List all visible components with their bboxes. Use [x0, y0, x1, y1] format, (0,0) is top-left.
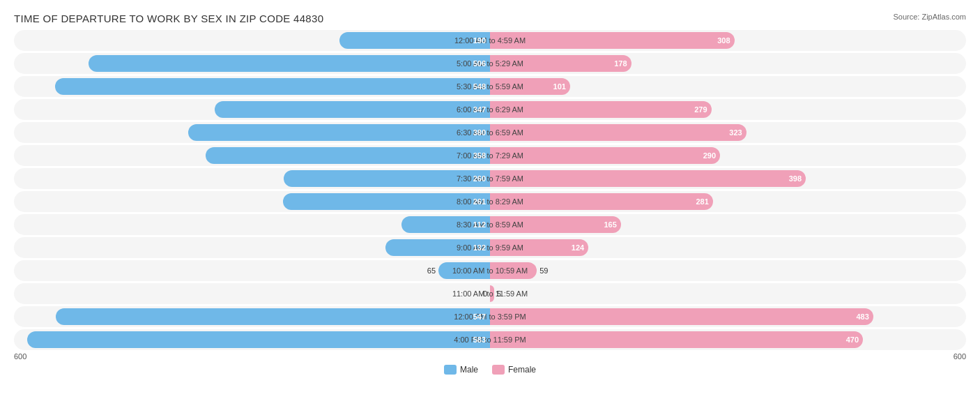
- female-value: 279: [694, 105, 707, 114]
- female-value: 290: [703, 151, 716, 160]
- male-bar: 347: [215, 101, 490, 118]
- bar-row-bg: 2612818:00 AM to 8:29 AM: [14, 191, 966, 212]
- male-swatch: [444, 365, 457, 375]
- male-value-outside: 65: [427, 266, 436, 275]
- male-bar: 260: [284, 170, 490, 187]
- female-value: 178: [614, 59, 627, 68]
- female-value: 124: [572, 243, 584, 252]
- chart-title: TIME OF DEPARTURE TO WORK BY SEX IN ZIP …: [14, 13, 966, 24]
- bar-row-bg: 5061785:00 AM to 5:29 AM: [14, 53, 966, 74]
- male-bar: [438, 262, 490, 279]
- legend-female: Female: [492, 365, 536, 375]
- male-value: 347: [473, 105, 486, 114]
- female-bar: 308: [490, 32, 735, 49]
- female-value: 398: [789, 174, 802, 183]
- female-bar: 398: [490, 170, 806, 187]
- axis-left: 600: [14, 352, 26, 361]
- male-value: 260: [473, 174, 486, 183]
- axis-right: 600: [954, 352, 966, 361]
- bar-row: 3582907:00 AM to 7:29 AM: [14, 145, 966, 166]
- bar-row-bg: 2603987:30 AM to 7:59 AM: [14, 168, 966, 189]
- bar-row: 1121658:30 AM to 8:59 AM: [14, 214, 966, 235]
- bar-row-bg: 5834704:00 PM to 11:59 PM: [14, 329, 966, 350]
- female-value: 470: [846, 335, 859, 344]
- bar-row-bg: 19030812:00 AM to 4:59 AM: [14, 30, 966, 51]
- male-value: 583: [473, 335, 486, 344]
- female-value: 165: [604, 220, 616, 229]
- female-value: 483: [856, 312, 868, 321]
- bar-row-bg: 1121658:30 AM to 8:59 AM: [14, 214, 966, 235]
- bar-row: 5834704:00 PM to 11:59 PM: [14, 329, 966, 350]
- male-bar: 380: [188, 124, 490, 141]
- female-bar: 165: [490, 216, 621, 233]
- female-swatch: [492, 365, 505, 375]
- bar-row-bg: 3582907:00 AM to 7:29 AM: [14, 145, 966, 166]
- female-bar: 483: [490, 308, 873, 325]
- bar-row: 19030812:00 AM to 4:59 AM: [14, 30, 966, 51]
- male-bar: 547: [56, 308, 490, 325]
- bar-row: 655910:00 AM to 10:59 AM: [14, 260, 966, 281]
- chart-container: TIME OF DEPARTURE TO WORK BY SEX IN ZIP …: [0, 0, 980, 415]
- bar-row-bg: 0511:00 AM to 11:59 AM: [14, 283, 966, 304]
- bar-row-bg: 3803236:30 AM to 6:59 AM: [14, 122, 966, 143]
- female-bar: [490, 262, 537, 279]
- bars-area: 19030812:00 AM to 4:59 AM5061785:00 AM t…: [14, 30, 966, 350]
- female-bar: 470: [490, 331, 863, 348]
- male-value: 261: [473, 197, 486, 206]
- male-bar: 548: [55, 78, 490, 95]
- bar-row: 2612818:00 AM to 8:29 AM: [14, 191, 966, 212]
- bar-row-bg: 1321249:00 AM to 9:59 AM: [14, 237, 966, 258]
- male-value: 112: [473, 220, 486, 229]
- female-bar: 124: [490, 239, 588, 256]
- female-bar: 178: [490, 55, 631, 72]
- bar-row-bg: 54748312:00 PM to 3:59 PM: [14, 306, 966, 327]
- axis-labels: 600 600: [14, 352, 966, 361]
- bar-row: 2603987:30 AM to 7:59 AM: [14, 168, 966, 189]
- male-label: Male: [460, 365, 478, 375]
- legend-male: Male: [444, 365, 478, 375]
- male-value: 190: [473, 36, 486, 45]
- bar-row: 54748312:00 PM to 3:59 PM: [14, 306, 966, 327]
- female-value: 281: [696, 197, 709, 206]
- female-value: 101: [553, 82, 566, 91]
- male-bar: 583: [27, 331, 490, 348]
- female-bar: 281: [490, 193, 713, 210]
- male-bar: 506: [89, 55, 490, 72]
- bar-row: 3803236:30 AM to 6:59 AM: [14, 122, 966, 143]
- male-value: 548: [473, 82, 486, 91]
- female-value-outside: 59: [539, 266, 548, 275]
- male-bar: 261: [283, 193, 490, 210]
- male-value-zero: 0: [483, 289, 487, 298]
- male-bar: 190: [339, 32, 490, 49]
- male-value: 547: [473, 312, 486, 321]
- female-bar: 279: [490, 101, 712, 118]
- female-label: Female: [508, 365, 536, 375]
- female-bar: [490, 285, 494, 302]
- male-bar: 358: [206, 147, 490, 164]
- bar-row-bg: 3472796:00 AM to 6:29 AM: [14, 99, 966, 120]
- female-value-outside: 5: [497, 289, 501, 298]
- female-bar: 323: [490, 124, 747, 141]
- male-value: 506: [473, 59, 486, 68]
- male-value: 358: [473, 151, 486, 160]
- bar-row: 0511:00 AM to 11:59 AM: [14, 283, 966, 304]
- male-value: 380: [473, 128, 486, 137]
- bar-row-bg: 5481015:30 AM to 5:59 AM: [14, 76, 966, 97]
- bar-row: 5481015:30 AM to 5:59 AM: [14, 76, 966, 97]
- bar-row: 1321249:00 AM to 9:59 AM: [14, 237, 966, 258]
- female-value: 308: [717, 36, 730, 45]
- male-value: 132: [473, 243, 486, 252]
- male-bar: 112: [401, 216, 490, 233]
- bar-row-bg: 655910:00 AM to 10:59 AM: [14, 260, 966, 281]
- female-bar: 290: [490, 147, 720, 164]
- female-bar: 101: [490, 78, 570, 95]
- male-bar: 132: [385, 239, 490, 256]
- source-text: Source: ZipAtlas.com: [893, 13, 966, 21]
- legend: Male Female: [14, 365, 966, 375]
- bar-row: 3472796:00 AM to 6:29 AM: [14, 99, 966, 120]
- bar-row: 5061785:00 AM to 5:29 AM: [14, 53, 966, 74]
- female-value: 323: [729, 128, 742, 137]
